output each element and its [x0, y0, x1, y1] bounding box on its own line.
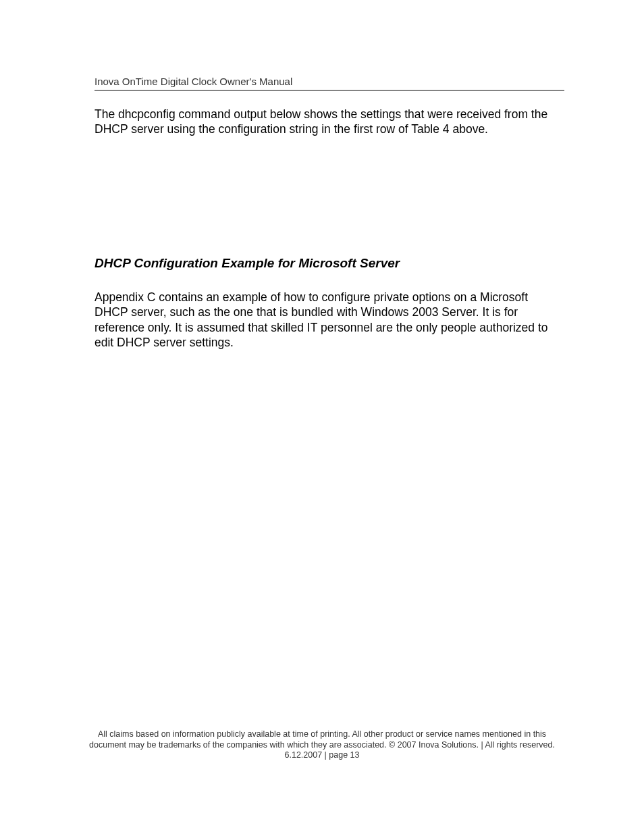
section-heading: DHCP Configuration Example for Microsoft…	[95, 256, 564, 271]
section-paragraph: Appendix C contains an example of how to…	[95, 290, 564, 350]
header-title: Inova OnTime Digital Clock Owner's Manua…	[95, 76, 564, 90]
page-content: Inova OnTime Digital Clock Owner's Manua…	[0, 0, 644, 350]
page-footer: All claims based on information publicly…	[0, 729, 644, 761]
intro-paragraph: The dhcpconfig command output below show…	[95, 107, 564, 137]
